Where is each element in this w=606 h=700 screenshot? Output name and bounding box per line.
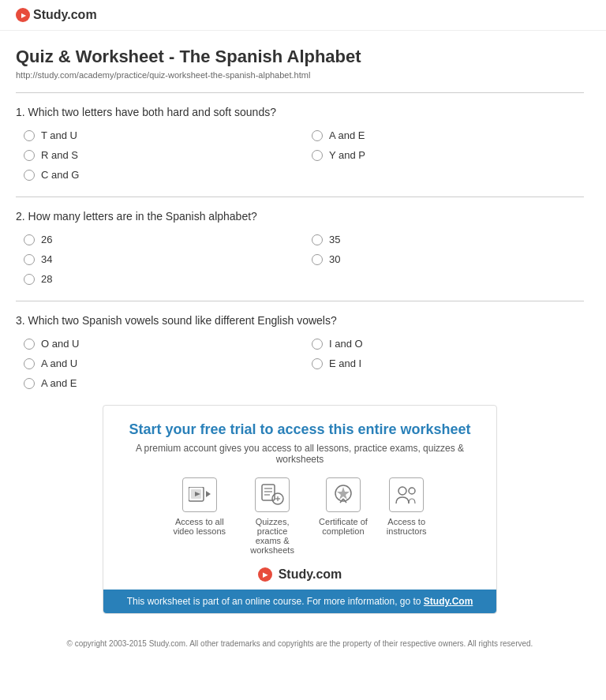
option-label: T and U xyxy=(41,129,77,141)
copyright: © copyright 2003-2015 Study.com. All oth… xyxy=(16,630,584,663)
radio-c-and-g[interactable] xyxy=(24,170,35,181)
question-2-text: 2. How many letters are in the Spanish a… xyxy=(16,210,584,223)
question-2: 2. How many letters are in the Spanish a… xyxy=(16,210,584,285)
option-c-and-g[interactable]: C and G xyxy=(24,169,296,181)
promo-footer-text: This worksheet is part of an online cour… xyxy=(127,596,424,607)
radio-34[interactable] xyxy=(24,254,35,265)
svg-point-15 xyxy=(398,487,406,495)
promo-logo: ▶ Study.com xyxy=(119,567,481,582)
option-label: A and E xyxy=(329,129,365,141)
certificate-icon xyxy=(326,477,361,512)
promo-title: Start your free trial to access this ent… xyxy=(119,421,481,438)
divider-1 xyxy=(16,92,584,93)
logo-icon xyxy=(16,8,30,22)
feature-instructor-label: Access toinstructors xyxy=(387,517,427,536)
radio-a-and-e[interactable] xyxy=(312,130,323,141)
radio-26[interactable] xyxy=(24,234,35,245)
quiz-icon xyxy=(255,477,290,512)
option-label: I and O xyxy=(329,338,363,350)
option-label: O and U xyxy=(41,338,79,350)
option-label: 30 xyxy=(329,253,340,265)
option-label: 28 xyxy=(41,273,52,285)
radio-t-and-u[interactable] xyxy=(24,130,35,141)
option-label: E and I xyxy=(329,357,361,369)
video-icon xyxy=(182,477,217,512)
radio-o-and-u[interactable] xyxy=(24,339,35,350)
option-label: 34 xyxy=(41,253,52,265)
svg-point-16 xyxy=(409,488,415,494)
option-e-and-i[interactable]: E and I xyxy=(312,357,584,369)
instructor-icon xyxy=(389,477,424,512)
option-t-and-u[interactable]: T and U xyxy=(24,129,296,141)
question-3-options: O and U I and O A and U E and I A and E xyxy=(16,338,584,389)
option-r-and-s[interactable]: R and S xyxy=(24,149,296,161)
radio-y-and-p[interactable] xyxy=(312,150,323,161)
divider-2 xyxy=(16,197,584,197)
option-30[interactable]: 30 xyxy=(312,253,584,265)
option-28[interactable]: 28 xyxy=(24,273,296,285)
option-34[interactable]: 34 xyxy=(24,253,296,265)
page-url: http://study.com/academy/practice/quiz-w… xyxy=(16,70,584,80)
promo-footer-bar: This worksheet is part of an online cour… xyxy=(103,590,496,613)
radio-a-and-u[interactable] xyxy=(24,358,35,369)
question-1-text: 1. Which two letters have both hard and … xyxy=(16,106,584,118)
logo-text: Study.com xyxy=(33,8,97,22)
feature-video-label: Access to allvideo lessons xyxy=(173,517,226,536)
question-3: 3. Which two Spanish vowels sound like d… xyxy=(16,314,584,389)
option-label: A and U xyxy=(41,357,77,369)
promo-subtitle: A premium account gives you access to al… xyxy=(119,443,481,465)
svg-marker-12 xyxy=(337,487,350,500)
feature-video: Access to allvideo lessons xyxy=(173,477,226,555)
main-content: Quiz & Worksheet - The Spanish Alphabet … xyxy=(0,31,600,671)
promo-features: Access to allvideo lessons Quizzes, prac… xyxy=(119,477,481,555)
option-o-and-u[interactable]: O and U xyxy=(24,338,296,350)
option-26[interactable]: 26 xyxy=(24,234,296,245)
svg-marker-1 xyxy=(206,491,211,497)
promo-footer-link[interactable]: Study.Com xyxy=(424,596,473,607)
page-title: Quiz & Worksheet - The Spanish Alphabet xyxy=(16,47,584,67)
option-label: R and S xyxy=(41,149,78,161)
radio-30[interactable] xyxy=(312,254,323,265)
radio-35[interactable] xyxy=(312,234,323,245)
option-i-and-o[interactable]: I and O xyxy=(312,338,584,350)
question-2-options: 26 35 34 30 28 xyxy=(16,234,584,285)
radio-i-and-o[interactable] xyxy=(312,339,323,350)
radio-e-and-i[interactable] xyxy=(312,358,323,369)
promo-logo-text: Study.com xyxy=(279,567,342,582)
option-a-and-u[interactable]: A and U xyxy=(24,357,296,369)
question-3-text: 3. Which two Spanish vowels sound like d… xyxy=(16,314,584,327)
site-header: Study.com xyxy=(0,0,606,31)
feature-quiz: Quizzes, practiceexams & worksheets xyxy=(245,477,300,555)
promo-box: Start your free trial to access this ent… xyxy=(103,405,497,614)
option-label: C and G xyxy=(41,169,79,181)
option-label: A and E xyxy=(41,377,77,389)
feature-certificate: Certificate ofcompletion xyxy=(319,477,368,555)
question-1: 1. Which two letters have both hard and … xyxy=(16,106,584,181)
option-label: Y and P xyxy=(329,149,365,161)
divider-3 xyxy=(16,301,584,301)
radio-r-and-s[interactable] xyxy=(24,150,35,161)
radio-a-and-e-q3[interactable] xyxy=(24,378,35,389)
option-35[interactable]: 35 xyxy=(312,234,584,245)
feature-quiz-label: Quizzes, practiceexams & worksheets xyxy=(245,517,300,555)
question-1-options: T and U A and E R and S Y and P C and G xyxy=(16,129,584,181)
option-label: 35 xyxy=(329,234,340,245)
option-a-and-e[interactable]: A and E xyxy=(312,129,584,141)
radio-28[interactable] xyxy=(24,274,35,285)
feature-instructor: Access toinstructors xyxy=(387,477,427,555)
option-label: 26 xyxy=(41,234,52,245)
option-a-and-e-q3[interactable]: A and E xyxy=(24,377,296,389)
feature-certificate-label: Certificate ofcompletion xyxy=(319,517,368,536)
option-y-and-p[interactable]: Y and P xyxy=(312,149,584,161)
